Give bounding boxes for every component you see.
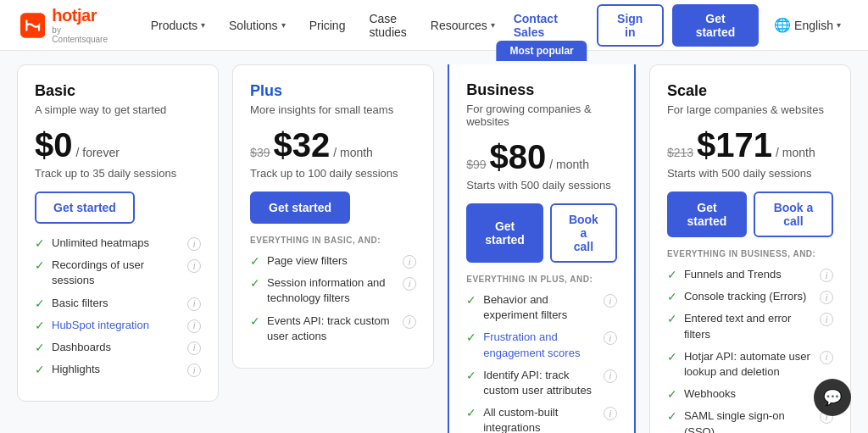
info-icon[interactable]: i: [820, 313, 833, 326]
check-icon: ✓: [667, 290, 677, 303]
check-icon: ✓: [466, 330, 476, 344]
feature-text: Entered text and error filters: [684, 311, 813, 341]
language-selector[interactable]: 🌐 English ▾: [767, 12, 848, 38]
check-icon: ✓: [250, 276, 260, 290]
plan-name-basic: Basic: [35, 82, 201, 100]
features-label-scale: EVERYTHING IN BUSINESS, AND:: [667, 249, 833, 258]
feature-item: ✓ Funnels and Trends i: [667, 267, 833, 282]
plans-container: Basic A simple way to get started $0 / f…: [17, 64, 851, 433]
logo[interactable]: hotjar by Contentsquare: [20, 6, 114, 44]
get-started-business-button[interactable]: Get started: [466, 203, 543, 263]
get-started-plus-button[interactable]: Get started: [250, 192, 350, 224]
feature-text: All custom-built integrations: [483, 405, 597, 433]
feature-text: Page view filters: [267, 253, 396, 269]
feature-item: ✓ Unlimited heatmaps i: [35, 236, 201, 251]
book-a-call-business-button[interactable]: Book a call: [550, 203, 617, 263]
plan-tagline-scale: For large companies & websites: [667, 103, 833, 116]
info-icon[interactable]: i: [604, 294, 617, 308]
btn-row-basic: Get started: [35, 192, 201, 224]
plan-scale: Scale For large companies & websites $21…: [649, 64, 851, 433]
info-icon[interactable]: i: [604, 407, 617, 420]
feature-text: HubSpot integration: [52, 318, 181, 333]
book-a-call-scale-button[interactable]: Book a call: [754, 192, 833, 237]
price-period-scale: / month: [776, 146, 815, 159]
price-note-business: Starts with 500 daily sessions: [466, 179, 617, 192]
feature-item: ✓ HubSpot integration i: [35, 318, 201, 333]
feature-text: Hotjar API: automate user lookup and del…: [684, 349, 813, 380]
feature-item: ✓ Basic filters i: [35, 296, 201, 311]
language-label: English: [794, 19, 833, 32]
globe-icon: 🌐: [774, 17, 791, 33]
btn-row-scale: Get started Book a call: [667, 192, 833, 237]
feature-text: Unlimited heatmaps: [52, 236, 181, 251]
feature-item: ✓ Webhooks i: [667, 386, 833, 402]
logo-name: hotjar: [52, 6, 113, 25]
chevron-down-icon: ▾: [201, 20, 205, 30]
features-basic: ✓ Unlimited heatmaps i ✓ Recordings of u…: [35, 236, 201, 377]
info-icon[interactable]: i: [820, 291, 833, 304]
check-icon: ✓: [35, 297, 45, 310]
navbar: hotjar by Contentsquare Products ▾ Solut…: [0, 0, 868, 51]
price-row-plus: $39 $32 / month: [250, 128, 416, 162]
plan-name-plus: Plus: [250, 82, 416, 100]
price-period-basic: / forever: [76, 146, 120, 159]
info-icon[interactable]: i: [403, 277, 416, 291]
feature-text: Console tracking (Errors): [684, 289, 813, 304]
chat-bubble[interactable]: 💬: [814, 379, 851, 416]
info-icon[interactable]: i: [187, 237, 201, 251]
price-note-scale: Starts with 500 daily sessions: [667, 167, 833, 180]
feature-item: ✓ Events API: track custom user actions …: [250, 314, 416, 344]
info-icon[interactable]: i: [403, 315, 416, 329]
feature-item: ✓ Identify API: track custom user attrib…: [466, 368, 617, 398]
feature-item: ✓ Recordings of user sessions i: [35, 258, 201, 288]
check-icon: ✓: [667, 350, 677, 364]
price-original-business: $99: [466, 158, 486, 171]
feature-text: Highlights: [52, 362, 181, 377]
nav-resources[interactable]: Resources ▾: [420, 14, 505, 37]
contact-sales-link[interactable]: Contact Sales: [505, 7, 588, 44]
nav-case-studies[interactable]: Case studies: [359, 7, 416, 44]
price-row-scale: $213 $171 / month: [667, 128, 833, 162]
price-amount-basic: $0: [35, 128, 73, 162]
plan-business: Business For growing companies & website…: [448, 64, 636, 433]
get-started-button[interactable]: Get started: [672, 4, 759, 47]
nav-right: Contact Sales Sign in Get started 🌐 Engl…: [505, 4, 848, 47]
features-label-business: EVERYTHING IN PLUS, AND:: [466, 275, 617, 284]
check-icon: ✓: [35, 363, 45, 376]
check-icon: ✓: [250, 314, 260, 328]
plan-name-business: Business: [466, 81, 617, 99]
plan-plus: Plus More insights for small teams $39 $…: [232, 64, 434, 369]
price-row-business: $99 $80 / month: [466, 140, 617, 174]
plan-name-scale: Scale: [667, 82, 833, 100]
price-note-basic: Track up to 35 daily sessions: [35, 167, 201, 180]
info-icon[interactable]: i: [187, 319, 201, 333]
nav-products[interactable]: Products ▾: [141, 14, 215, 37]
price-row-basic: $0 / forever: [35, 128, 201, 162]
check-icon: ✓: [667, 409, 677, 423]
pricing-area: Basic A simple way to get started $0 / f…: [0, 51, 868, 433]
check-icon: ✓: [466, 369, 476, 382]
info-icon[interactable]: i: [604, 369, 617, 383]
info-icon[interactable]: i: [187, 341, 201, 355]
plan-tagline-plus: More insights for small teams: [250, 103, 416, 116]
get-started-scale-button[interactable]: Get started: [667, 192, 747, 237]
plan-business-wrapper: Most popular Business For growing compan…: [448, 64, 636, 433]
info-icon[interactable]: i: [820, 351, 833, 364]
get-started-basic-button[interactable]: Get started: [35, 192, 135, 224]
info-icon[interactable]: i: [403, 255, 416, 269]
price-original-scale: $213: [667, 146, 693, 159]
price-amount-scale: $171: [697, 128, 772, 162]
feature-item: ✓ Console tracking (Errors) i: [667, 289, 833, 304]
info-icon[interactable]: i: [187, 259, 201, 273]
info-icon[interactable]: i: [604, 331, 617, 345]
info-icon[interactable]: i: [187, 364, 201, 377]
check-icon: ✓: [466, 293, 476, 307]
info-icon[interactable]: i: [820, 269, 833, 282]
feature-item: ✓ SAML single sign-on (SSO) i: [667, 408, 833, 433]
plan-tagline-business: For growing companies & websites: [466, 103, 617, 128]
nav-solutions[interactable]: Solutions ▾: [219, 14, 296, 37]
sign-in-button[interactable]: Sign in: [597, 4, 664, 47]
nav-pricing[interactable]: Pricing: [299, 14, 356, 37]
feature-item: ✓ Entered text and error filters i: [667, 311, 833, 341]
info-icon[interactable]: i: [187, 297, 201, 311]
